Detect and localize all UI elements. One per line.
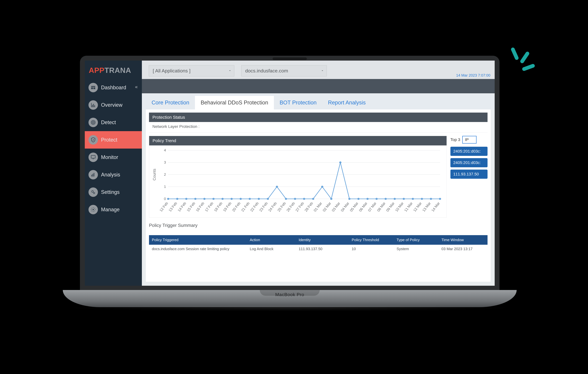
svg-rect-4 (93, 104, 94, 106)
svg-point-74 (303, 198, 305, 200)
status-text: Network Layer Protection : (149, 122, 488, 133)
svg-text:17 Feb: 17 Feb (204, 201, 214, 212)
policy-trend-chart: Counts0123412 Feb13 Feb14 Feb15 Feb16 Fe… (153, 147, 443, 216)
sidebar-item-label: Settings (101, 189, 120, 195)
svg-point-75 (312, 198, 314, 200)
table-cell: 111.93.137.50 (296, 245, 349, 253)
svg-point-60 (176, 198, 178, 200)
svg-text:1: 1 (164, 185, 166, 188)
svg-text:Counts: Counts (153, 169, 157, 180)
nav: DashboardOverviewDetectProtectMonitorAna… (85, 79, 142, 218)
table-row[interactable]: docs.indusface.com Session rate limiting… (149, 245, 488, 253)
svg-text:21 Feb: 21 Feb (240, 201, 250, 212)
sidebar-item-protect[interactable]: Protect (85, 131, 142, 149)
svg-rect-12 (93, 174, 93, 176)
tabs: Core ProtectionBehavioral DDoS Protectio… (142, 93, 495, 110)
topbar: [ All Applications ] docs.indusface.com … (142, 61, 495, 79)
sidebar-item-label: Monitor (101, 154, 118, 160)
svg-point-76 (321, 186, 323, 188)
svg-point-69 (258, 198, 260, 200)
bars-icon (88, 170, 98, 179)
svg-text:02 Mar: 02 Mar (322, 201, 332, 212)
sidebar-item-analysis[interactable]: Analysis (85, 166, 142, 183)
svg-text:09 Mar: 09 Mar (385, 201, 395, 212)
svg-point-63 (203, 198, 206, 200)
svg-text:26 Feb: 26 Feb (286, 201, 296, 212)
svg-point-64 (212, 198, 214, 200)
sidebar-item-label: Manage (101, 207, 120, 213)
table-cell: docs.indusface.com Session rate limiting… (149, 245, 247, 253)
svg-point-73 (294, 198, 296, 200)
sidebar-item-settings[interactable]: Settings (85, 183, 142, 201)
svg-point-77 (330, 198, 332, 200)
gears-icon (88, 187, 98, 197)
app-select-value: docs.indusface.com (245, 68, 288, 73)
svg-point-79 (348, 198, 350, 200)
status-panel-header: Protection Status (149, 113, 488, 122)
svg-text:06 Mar: 06 Mar (358, 201, 368, 212)
top-ip-badge[interactable]: 2405:201:d03c: (451, 147, 488, 156)
svg-text:15 Feb: 15 Feb (186, 201, 196, 212)
svg-point-78 (339, 161, 341, 164)
svg-rect-1 (91, 87, 93, 89)
laptop-base: MacBook Pro (63, 290, 517, 307)
sidebar-item-overview[interactable]: Overview (85, 96, 142, 114)
svg-text:28 Feb: 28 Feb (304, 201, 314, 212)
svg-point-67 (240, 198, 242, 200)
tab-behavioral-ddos-protection[interactable]: Behavioral DDoS Protection (195, 96, 274, 110)
dashboard-icon (88, 83, 98, 92)
top3-panel: Top 3 IP 2405:201:d03c:2405:201:d03c:111… (451, 136, 488, 218)
brand-logo: APPTRANA (85, 61, 142, 79)
svg-text:0: 0 (164, 197, 166, 201)
svg-text:03 Mar: 03 Mar (331, 201, 341, 212)
svg-rect-2 (94, 87, 95, 89)
app-select[interactable]: docs.indusface.com (241, 65, 327, 77)
tab-report-analysis[interactable]: Report Analysis (322, 96, 371, 110)
svg-text:13 Feb: 13 Feb (168, 201, 178, 212)
chart-area: Counts0123412 Feb13 Feb14 Feb15 Feb16 Fe… (149, 145, 447, 217)
tab-bot-protection[interactable]: BOT Protection (274, 96, 322, 110)
svg-rect-11 (91, 175, 92, 176)
sidebar-item-manage[interactable]: Manage (85, 201, 142, 218)
svg-text:12 Mar: 12 Mar (412, 201, 423, 212)
svg-point-65 (221, 198, 224, 200)
top3-label: Top 3 (451, 137, 460, 142)
svg-text:05 Mar: 05 Mar (349, 201, 359, 212)
svg-point-59 (167, 198, 169, 200)
table-cell: 10 (349, 245, 394, 253)
sidebar-item-dashboard[interactable]: Dashboard (85, 79, 142, 96)
svg-point-84 (394, 198, 396, 200)
table-header-cell: Policy Threshold (349, 235, 394, 245)
table-header-cell: Type of Policy (394, 235, 439, 245)
svg-point-71 (276, 186, 278, 188)
gear-icon (88, 205, 98, 214)
svg-point-83 (385, 198, 387, 200)
chevron-down-icon (321, 68, 324, 74)
shield-icon (88, 135, 98, 144)
svg-point-66 (231, 198, 233, 200)
top-ip-badge[interactable]: 2405:201:d03c: (451, 158, 488, 167)
table-header-cell: Time Window (439, 235, 488, 245)
table-cell: System (394, 245, 439, 253)
svg-text:01 Mar: 01 Mar (313, 201, 323, 212)
svg-text:13 Mar: 13 Mar (421, 201, 431, 212)
svg-point-14 (92, 191, 94, 192)
sidebar-item-detect[interactable]: Detect (85, 114, 142, 131)
svg-text:14 Mar: 14 Mar (430, 201, 441, 212)
main: [ All Applications ] docs.indusface.com … (142, 61, 495, 286)
svg-point-15 (94, 192, 95, 194)
table-header-cell: Policy Triggered (149, 235, 247, 245)
svg-point-8 (93, 122, 94, 123)
svg-text:3: 3 (164, 160, 166, 164)
top-ip-badge[interactable]: 111.93.137.50 (451, 170, 488, 179)
tab-core-protection[interactable]: Core Protection (146, 96, 195, 110)
group-select[interactable]: [ All Applications ] (149, 65, 234, 77)
svg-text:16 Feb: 16 Feb (195, 201, 205, 212)
top3-select[interactable]: IP (462, 136, 477, 143)
svg-point-72 (285, 198, 287, 200)
sidebar-item-monitor[interactable]: Monitor (85, 149, 142, 166)
content: Protection Status Network Layer Protecti… (146, 110, 491, 282)
svg-point-61 (185, 198, 187, 200)
svg-point-80 (357, 198, 359, 200)
sidebar-item-label: Protect (101, 137, 117, 143)
